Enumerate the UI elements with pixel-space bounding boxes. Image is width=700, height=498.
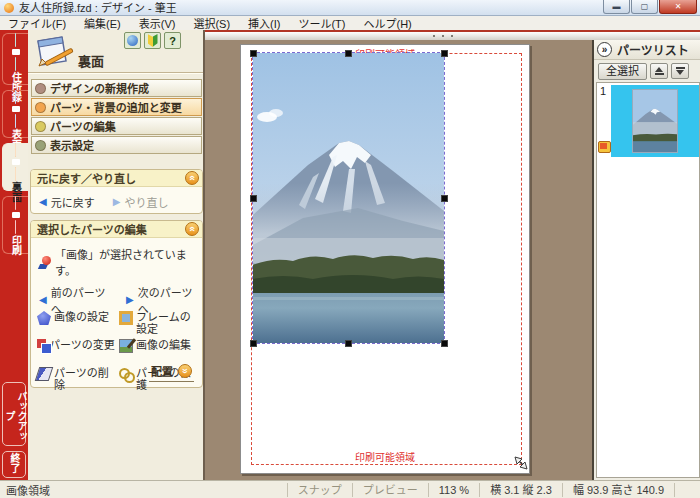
selection-handle-se[interactable] bbox=[441, 340, 448, 347]
edit-parts-button[interactable]: パーツの編集 bbox=[31, 117, 202, 135]
postcard-back-icon bbox=[3, 143, 28, 181]
status-message: 画像領域 bbox=[0, 482, 287, 498]
new-design-button[interactable]: デザインの新規作成 bbox=[31, 79, 202, 97]
collapse-panel-button[interactable]: » bbox=[597, 42, 612, 57]
selection-handle-e[interactable] bbox=[441, 195, 448, 202]
undo-arrow-icon: ◀ bbox=[39, 197, 47, 207]
menu-view[interactable]: 表示(V) bbox=[139, 15, 176, 31]
close-button[interactable]: ✕ bbox=[659, 0, 697, 14]
selected-part-section: 選択したパーツの編集 « 「画像」が選択されています。 ◀ 前のパーツへ ▶ 次… bbox=[30, 220, 203, 388]
beginner-guide-button[interactable] bbox=[144, 32, 161, 49]
sidebar-tab-exit[interactable]: 終了 bbox=[2, 451, 26, 478]
menu-edit[interactable]: 編集(E) bbox=[84, 15, 121, 31]
resize-grip[interactable] bbox=[674, 483, 700, 497]
collapse-section-button[interactable]: « bbox=[185, 171, 199, 185]
help-button[interactable]: ? bbox=[164, 32, 181, 49]
sidebar-tab-backup[interactable]: バックアップ bbox=[2, 382, 26, 446]
parts-list-panel: » パーツリスト 全選択 1 bbox=[592, 40, 700, 480]
redo-button[interactable]: やり直し bbox=[124, 194, 168, 210]
narration-button[interactable] bbox=[124, 32, 141, 49]
next-arrow-icon: ▶ bbox=[126, 295, 134, 305]
design-canvas[interactable]: 印刷可能領域 印刷可能領域 bbox=[205, 40, 592, 480]
move-down-button[interactable] bbox=[671, 63, 689, 79]
menu-select[interactable]: 選択(S) bbox=[193, 15, 230, 31]
resize-cursor-icon bbox=[513, 455, 529, 471]
app-icon bbox=[4, 3, 14, 13]
sidebar-tab-addressbook[interactable]: 住所録 bbox=[2, 33, 28, 85]
title-bar[interactable]: 友人住所録.fzd : デザイン - 筆王 ▬ ▢ ✕ bbox=[0, 0, 700, 16]
bullet-icon bbox=[35, 102, 46, 113]
part-thumbnail[interactable] bbox=[632, 89, 678, 153]
sidebar-tab-front[interactable]: 表面 bbox=[2, 90, 28, 138]
step-sidebar: 住所録 表面 裏面 印刷 バックアップ 終了 bbox=[0, 30, 28, 480]
move-up-button[interactable] bbox=[650, 63, 668, 79]
printer-icon bbox=[3, 196, 28, 234]
part-number: 1 bbox=[600, 85, 606, 97]
question-icon: ? bbox=[169, 35, 176, 47]
delete-part-button[interactable]: パーツの削除 bbox=[37, 367, 117, 391]
sound-icon bbox=[127, 35, 138, 46]
part-list-item[interactable] bbox=[611, 85, 699, 157]
undo-button[interactable]: 元に戻す bbox=[51, 194, 95, 210]
header-divider bbox=[28, 72, 203, 74]
task-panel: 裏面 ? デザインの新規作成 パーツ・背景の追加と変更 パーツの編集 表示設定 … bbox=[28, 30, 205, 480]
gem-icon bbox=[37, 311, 51, 325]
selection-handle-nw[interactable] bbox=[250, 50, 257, 57]
undo-section-title: 元に戻す／やり直し bbox=[37, 170, 185, 186]
minimize-button[interactable]: ▬ bbox=[603, 0, 630, 14]
down-triangle-icon bbox=[676, 70, 684, 75]
pushpin-icon bbox=[39, 256, 51, 269]
sidebar-tab-print[interactable]: 印刷 bbox=[2, 196, 28, 254]
collapse-splitter[interactable] bbox=[183, 30, 700, 40]
image-settings-button[interactable]: 画像の設定 bbox=[37, 311, 117, 325]
menu-bar: ファイル(F) 編集(E) 表示(V) 選択(S) 挿入(I) ツール(T) ヘ… bbox=[0, 16, 700, 30]
select-all-button[interactable]: 全選択 bbox=[598, 63, 647, 80]
parts-icon bbox=[37, 339, 46, 348]
menu-help[interactable]: ヘルプ(H) bbox=[364, 15, 412, 31]
eraser-icon bbox=[35, 367, 54, 381]
change-part-button[interactable]: パーツの変更 bbox=[37, 339, 117, 351]
parts-list: 1 bbox=[596, 82, 700, 478]
postcard-page[interactable]: 印刷可能領域 印刷可能領域 bbox=[240, 44, 530, 474]
snap-indicator[interactable]: スナップ bbox=[287, 483, 352, 497]
image-part-type-icon bbox=[598, 141, 611, 153]
fuji-photo-part[interactable] bbox=[253, 53, 444, 343]
selection-handle-n[interactable] bbox=[345, 50, 352, 57]
bullet-icon bbox=[35, 140, 46, 151]
beginner-mark-icon bbox=[148, 34, 158, 47]
postcard-front-icon bbox=[3, 90, 28, 128]
design-page-icon bbox=[32, 35, 76, 73]
maximize-button[interactable]: ▢ bbox=[631, 0, 658, 14]
display-settings-button[interactable]: 表示設定 bbox=[31, 136, 202, 154]
selection-handle-ne[interactable] bbox=[441, 50, 448, 57]
splitter-grip-icon bbox=[433, 35, 453, 37]
printable-area-label-bottom: 印刷可能領域 bbox=[355, 449, 415, 464]
app-window: 友人住所録.fzd : デザイン - 筆王 ▬ ▢ ✕ ファイル(F) 編集(E… bbox=[0, 0, 700, 498]
expand-arrange-icon: « bbox=[178, 364, 192, 378]
selection-size: 幅 93.9 高さ 140.9 bbox=[562, 483, 674, 497]
preview-indicator[interactable]: プレビュー bbox=[352, 483, 428, 497]
sidebar-tab-back[interactable]: 裏面 bbox=[2, 143, 28, 191]
redo-arrow-icon: ▶ bbox=[113, 197, 121, 207]
selection-status: 「画像」が選択されています。 bbox=[55, 246, 198, 278]
menu-insert[interactable]: 挿入(I) bbox=[248, 15, 280, 31]
selection-handle-sw[interactable] bbox=[250, 340, 257, 347]
status-bar: 画像領域 スナップ プレビュー 113 % 横 3.1 縦 2.3 幅 93.9… bbox=[0, 480, 700, 498]
addressbook-icon bbox=[3, 33, 28, 71]
selection-handle-w[interactable] bbox=[250, 195, 257, 202]
selection-handle-s[interactable] bbox=[345, 340, 352, 347]
frame-settings-button[interactable]: フレームの設定 bbox=[119, 311, 199, 335]
parts-list-title: パーツリスト bbox=[617, 41, 689, 58]
zoom-level[interactable]: 113 % bbox=[428, 483, 479, 497]
collapse-section-button[interactable]: « bbox=[185, 222, 199, 236]
prev-arrow-icon: ◀ bbox=[39, 295, 47, 305]
add-parts-background-button[interactable]: パーツ・背景の追加と変更 bbox=[31, 98, 202, 116]
chain-icon bbox=[119, 367, 133, 381]
bullet-icon bbox=[35, 83, 46, 94]
menu-tools[interactable]: ツール(T) bbox=[298, 15, 345, 31]
arrange-button[interactable]: 配置 « bbox=[149, 363, 194, 382]
menu-file[interactable]: ファイル(F) bbox=[8, 15, 66, 31]
edit-image-button[interactable]: 画像の編集 bbox=[119, 339, 199, 353]
parts-list-toolbar: 全選択 bbox=[594, 60, 700, 82]
edit-section-title: 選択したパーツの編集 bbox=[37, 221, 185, 237]
